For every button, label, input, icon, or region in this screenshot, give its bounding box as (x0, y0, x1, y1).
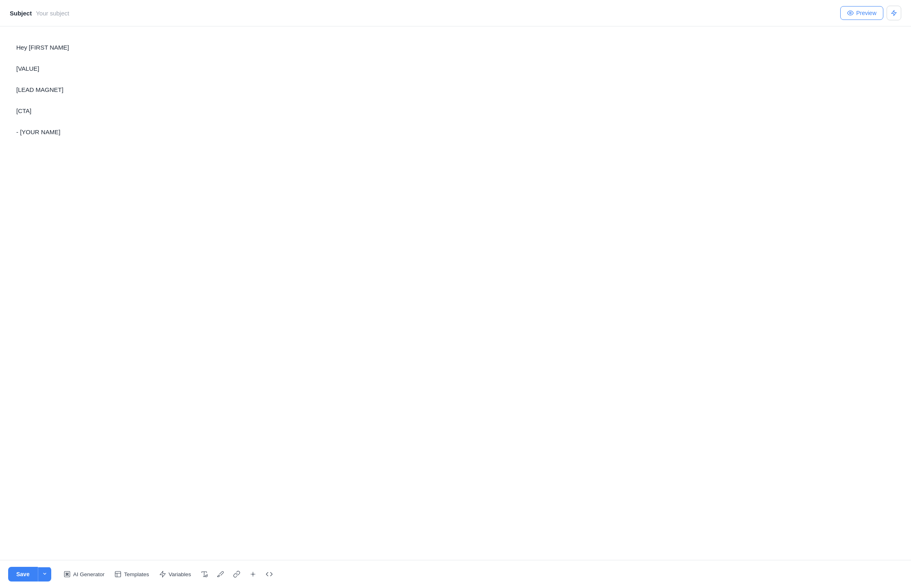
subject-label: Subject (10, 10, 32, 17)
plus-icon (249, 571, 257, 578)
bottom-toolbar: Save AI Generator (0, 560, 911, 588)
editor-content: Hey [FIRST NAME] [VALUE] [LEAD MAGNET] [… (16, 43, 382, 137)
subject-left: Subject Your subject (10, 10, 69, 17)
editor-line-5: - [YOUR NAME] (16, 127, 382, 137)
svg-rect-7 (115, 571, 121, 577)
font-icon (201, 571, 208, 578)
ai-generator-icon (63, 571, 71, 578)
svg-marker-1 (891, 10, 896, 15)
brush-icon (217, 571, 224, 578)
templates-icon (114, 571, 122, 578)
editor-line-2: [VALUE] (16, 64, 382, 74)
link-icon (233, 571, 240, 578)
ai-generator-label: AI Generator (73, 571, 105, 577)
font-toolbar-button[interactable] (197, 567, 211, 581)
save-dropdown-button[interactable] (38, 567, 51, 581)
lightning-icon (891, 10, 897, 16)
editor-area[interactable]: Hey [FIRST NAME] [VALUE] [LEAD MAGNET] [… (0, 26, 911, 560)
toolbar-items: AI Generator Templates Variables (59, 567, 277, 581)
variables-label: Variables (169, 571, 191, 577)
code-toolbar-button[interactable] (262, 567, 277, 581)
svg-point-0 (850, 12, 851, 14)
templates-label: Templates (124, 571, 149, 577)
preview-button[interactable]: Preview (840, 6, 883, 20)
templates-toolbar-item[interactable]: Templates (110, 567, 153, 581)
subject-right: Preview (840, 6, 901, 20)
plus-toolbar-button[interactable] (246, 567, 260, 581)
svg-marker-10 (160, 571, 166, 577)
lightning-button[interactable] (887, 6, 901, 20)
save-button[interactable]: Save (8, 567, 38, 581)
eye-icon (847, 10, 854, 16)
editor-line-4: [CTA] (16, 106, 382, 116)
subject-placeholder-text: Your subject (36, 10, 69, 17)
link-toolbar-button[interactable] (229, 567, 244, 581)
brush-toolbar-button[interactable] (213, 567, 228, 581)
preview-button-label: Preview (856, 10, 876, 16)
editor-line-1: Hey [FIRST NAME] (16, 43, 382, 52)
variables-icon (159, 571, 166, 578)
editor-line-3: [LEAD MAGNET] (16, 85, 382, 95)
ai-generator-toolbar-item[interactable]: AI Generator (59, 567, 109, 581)
svg-point-13 (205, 575, 207, 577)
chevron-down-icon (42, 571, 47, 576)
code-icon (266, 571, 273, 578)
variables-toolbar-item[interactable]: Variables (155, 567, 195, 581)
save-button-group: Save (8, 567, 51, 581)
subject-bar: Subject Your subject Preview (0, 0, 911, 26)
